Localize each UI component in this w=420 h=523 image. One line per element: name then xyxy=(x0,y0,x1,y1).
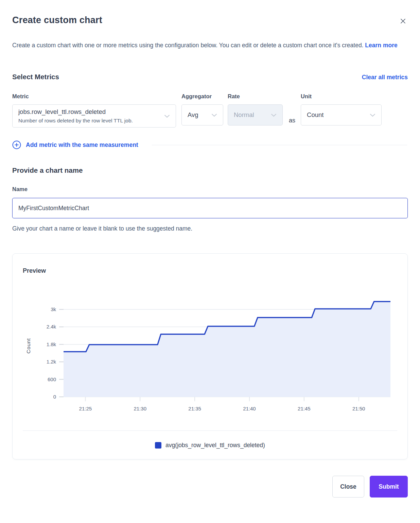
clear-all-metrics-link[interactable]: Clear all metrics xyxy=(362,74,408,81)
create-custom-chart-modal: Create custom chart Create a custom char… xyxy=(0,0,420,510)
unit-label: Unit xyxy=(301,93,382,100)
modal-header: Create custom chart xyxy=(12,15,408,26)
svg-text:600: 600 xyxy=(48,376,56,382)
chart-name-heading: Provide a chart name xyxy=(12,166,408,174)
rate-field: Rate Normal xyxy=(228,93,283,125)
svg-text:21:45: 21:45 xyxy=(298,406,311,411)
preview-chart: 06001.2k1.8k2.4k3k21:2521:3021:3521:4021… xyxy=(23,285,397,422)
close-footer-button[interactable]: Close xyxy=(332,476,364,497)
svg-text:1.2k: 1.2k xyxy=(47,359,56,365)
add-metric-label: Add metric with the same measurement xyxy=(26,141,138,149)
svg-text:3k: 3k xyxy=(51,306,56,312)
svg-text:21:35: 21:35 xyxy=(188,406,201,411)
chart-name-helper: Give your chart a name or leave it blank… xyxy=(12,225,408,232)
svg-text:0: 0 xyxy=(53,394,56,400)
learn-more-link[interactable]: Learn more xyxy=(365,42,397,49)
unit-field: Unit Count xyxy=(301,93,382,125)
close-button[interactable] xyxy=(398,16,408,26)
add-metric-button[interactable]: Add metric with the same measurement xyxy=(12,140,138,149)
metric-select-description: Number of rows deleted by the row level … xyxy=(18,118,133,124)
close-icon xyxy=(400,18,406,24)
aggregator-field: Aggregator Avg xyxy=(181,93,223,125)
modal-description: Create a custom chart with one or more m… xyxy=(12,39,408,52)
preview-chart-svg: 06001.2k1.8k2.4k3k21:2521:3021:3521:4021… xyxy=(23,285,400,422)
metric-config-row: Metric jobs.row_level_ttl.rows_deleted N… xyxy=(12,93,408,128)
aggregator-label: Aggregator xyxy=(181,93,223,100)
modal-footer: Close Submit xyxy=(12,476,408,497)
add-metric-row: Add metric with the same measurement xyxy=(12,140,408,149)
chart-name-input[interactable] xyxy=(12,198,408,218)
preview-card: Preview 06001.2k1.8k2.4k3k21:2521:3021:3… xyxy=(12,253,408,459)
rate-label: Rate xyxy=(228,93,283,100)
metric-label: Metric xyxy=(12,93,176,100)
legend-label: avg(jobs_row_level_ttl_rows_deleted) xyxy=(165,442,265,449)
metric-select[interactable]: jobs.row_level_ttl.rows_deleted Number o… xyxy=(12,104,176,128)
legend-swatch xyxy=(155,442,161,449)
select-metrics-header: Select Metrics Clear all metrics xyxy=(12,73,408,81)
as-label: as xyxy=(289,117,295,124)
unit-select-value: Count xyxy=(307,111,323,119)
svg-text:21:50: 21:50 xyxy=(352,406,365,411)
submit-button[interactable]: Submit xyxy=(370,476,408,497)
aggregator-select-value: Avg xyxy=(188,111,198,119)
chart-legend: avg(jobs_row_level_ttl_rows_deleted) xyxy=(23,431,397,459)
chevron-down-icon xyxy=(211,114,217,117)
metric-field: Metric jobs.row_level_ttl.rows_deleted N… xyxy=(12,93,176,128)
svg-text:21:25: 21:25 xyxy=(79,406,92,411)
preview-title: Preview xyxy=(23,267,397,274)
divider xyxy=(152,145,407,145)
chevron-down-icon xyxy=(271,114,277,117)
page-title: Create custom chart xyxy=(12,15,102,26)
svg-text:21:40: 21:40 xyxy=(243,406,256,411)
chevron-down-icon xyxy=(164,115,170,118)
select-metrics-heading: Select Metrics xyxy=(12,73,59,81)
svg-text:Count: Count xyxy=(25,338,31,353)
plus-circle-icon xyxy=(12,140,21,149)
name-label: Name xyxy=(12,186,408,192)
description-text: Create a custom chart with one or more m… xyxy=(12,42,363,49)
svg-text:2.4k: 2.4k xyxy=(47,324,56,330)
aggregator-select[interactable]: Avg xyxy=(181,104,223,125)
svg-text:1.8k: 1.8k xyxy=(47,341,56,347)
rate-select-value: Normal xyxy=(234,111,254,119)
chevron-down-icon xyxy=(370,114,375,117)
unit-select[interactable]: Count xyxy=(301,104,382,125)
metric-select-value: jobs.row_level_ttl.rows_deleted xyxy=(18,108,106,116)
svg-text:21:30: 21:30 xyxy=(134,406,146,411)
rate-select-disabled: Normal xyxy=(228,104,283,125)
